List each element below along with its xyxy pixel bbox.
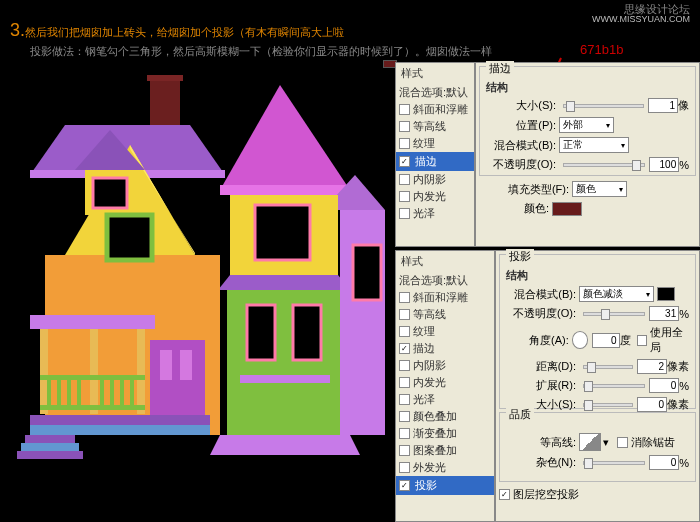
opacity-input[interactable]: 31 xyxy=(649,306,679,321)
svg-rect-36 xyxy=(40,405,145,410)
style-item[interactable]: 颜色叠加 xyxy=(396,408,494,425)
stroke-panel: 描边 结构 大小(S):1像 位置(P):外部 混合模式(B):正常 不透明度(… xyxy=(475,62,700,247)
svg-rect-42 xyxy=(25,435,75,443)
style-item[interactable]: ✓描边 xyxy=(396,152,474,171)
angle-input[interactable]: 0 xyxy=(592,333,620,348)
checkbox[interactable] xyxy=(399,174,410,185)
style-item[interactable]: 光泽 xyxy=(396,205,474,222)
pos-label: 位置(P): xyxy=(486,118,556,133)
checkbox[interactable] xyxy=(399,309,410,320)
style-item[interactable]: 内发光 xyxy=(396,374,494,391)
style-item[interactable]: 内阴影 xyxy=(396,171,474,188)
shadow-color[interactable] xyxy=(657,287,675,301)
checkbox[interactable] xyxy=(399,208,410,219)
spread-input[interactable]: 0 xyxy=(649,378,679,393)
distance-input[interactable]: 2 xyxy=(637,359,667,374)
svg-rect-38 xyxy=(160,350,172,380)
svg-rect-32 xyxy=(100,380,104,405)
style-item[interactable]: 外发光 xyxy=(396,459,494,476)
style-item[interactable]: ✓描边 xyxy=(396,340,494,357)
checkbox[interactable] xyxy=(399,292,410,303)
angle-dial[interactable] xyxy=(572,331,588,349)
checkbox[interactable]: ✓ xyxy=(399,156,410,167)
style-item[interactable]: 纹理 xyxy=(396,323,494,340)
checkbox[interactable] xyxy=(399,462,410,473)
styles-list-1: 样式 混合选项:默认 斜面和浮雕等高线纹理✓描边内阴影内发光光泽 xyxy=(395,62,475,247)
filltype-dropdown[interactable]: 颜色 xyxy=(572,181,627,197)
svg-rect-31 xyxy=(77,380,81,405)
panel-title: 样式 xyxy=(396,63,474,84)
blend-dropdown[interactable]: 正常 xyxy=(559,137,629,153)
knockout-check[interactable]: ✓ xyxy=(499,489,510,500)
panel-title: 样式 xyxy=(396,251,494,272)
svg-rect-35 xyxy=(130,380,134,405)
styles-list-2: 样式 混合选项:默认 斜面和浮雕等高线纹理✓描边内阴影内发光光泽颜色叠加渐变叠加… xyxy=(395,250,495,522)
checkbox[interactable] xyxy=(399,411,410,422)
shadow-panel: 投影 结构 混合模式(B):颜色减淡 不透明度(O):31% 角度(A):0度使… xyxy=(495,250,700,522)
spread-slider[interactable] xyxy=(583,384,645,388)
blend-options[interactable]: 混合选项:默认 xyxy=(396,84,474,101)
style-item[interactable]: 光泽 xyxy=(396,391,494,408)
svg-rect-28 xyxy=(47,380,51,405)
size-slider[interactable] xyxy=(563,104,644,108)
opacity-slider[interactable] xyxy=(563,163,645,167)
style-item[interactable]: ✓投影 xyxy=(396,476,494,495)
size-input[interactable]: 1 xyxy=(648,98,678,113)
svg-rect-39 xyxy=(180,350,192,380)
antialias-check[interactable] xyxy=(617,437,628,448)
checkbox[interactable] xyxy=(399,377,410,388)
svg-rect-24 xyxy=(40,329,48,414)
svg-rect-11 xyxy=(93,178,127,208)
svg-rect-41 xyxy=(30,425,210,435)
quality-label: 品质 xyxy=(506,407,534,422)
checkbox[interactable]: ✓ xyxy=(399,480,410,491)
style-item[interactable]: 纹理 xyxy=(396,135,474,152)
style-item[interactable]: 内阴影 xyxy=(396,357,494,374)
svg-rect-18 xyxy=(240,375,330,383)
checkbox[interactable] xyxy=(399,104,410,115)
checkbox[interactable] xyxy=(399,360,410,371)
svg-rect-0 xyxy=(150,75,180,130)
blend-dropdown[interactable]: 颜色减淡 xyxy=(579,286,654,302)
size-slider[interactable] xyxy=(583,403,633,407)
position-dropdown[interactable]: 外部 xyxy=(559,117,614,133)
distance-slider[interactable] xyxy=(583,365,633,369)
size-input[interactable]: 0 xyxy=(637,397,667,412)
style-item[interactable]: 斜面和浮雕 xyxy=(396,101,474,118)
opacity-slider[interactable] xyxy=(583,312,645,316)
checkbox[interactable] xyxy=(399,191,410,202)
blend-options[interactable]: 混合选项:默认 xyxy=(396,272,494,289)
style-item[interactable]: 内发光 xyxy=(396,188,474,205)
svg-rect-16 xyxy=(247,305,275,360)
size-label: 大小(S): xyxy=(486,98,556,113)
checkbox[interactable] xyxy=(399,428,410,439)
checkbox[interactable] xyxy=(399,445,410,456)
group-title: 描边 xyxy=(486,61,514,76)
svg-rect-27 xyxy=(40,375,145,380)
style-item[interactable]: 等高线 xyxy=(396,306,494,323)
svg-rect-30 xyxy=(67,380,71,405)
filltype-label: 填充类型(F): xyxy=(479,182,569,197)
opacity-input[interactable]: 100 xyxy=(649,157,679,172)
contour-picker[interactable] xyxy=(579,433,601,451)
style-item[interactable]: 渐变叠加 xyxy=(396,425,494,442)
global-light-check[interactable] xyxy=(637,335,647,346)
checkbox[interactable] xyxy=(399,138,410,149)
style-item[interactable]: 图案叠加 xyxy=(396,442,494,459)
color-label: 颜色: xyxy=(479,201,549,216)
checkbox[interactable] xyxy=(399,121,410,132)
svg-rect-20 xyxy=(353,245,381,300)
svg-rect-5 xyxy=(220,185,350,195)
svg-rect-40 xyxy=(30,415,210,425)
noise-input[interactable]: 0 xyxy=(649,455,679,470)
watermark: WWW.MISSYUAN.COM xyxy=(592,14,690,24)
color-swatch[interactable] xyxy=(552,202,582,216)
style-item[interactable]: 斜面和浮雕 xyxy=(396,289,494,306)
checkbox[interactable] xyxy=(399,394,410,405)
checkbox[interactable] xyxy=(399,326,410,337)
house-illustration xyxy=(15,75,385,515)
noise-slider[interactable] xyxy=(583,461,645,465)
color-code: 671b1b xyxy=(580,42,623,57)
checkbox[interactable]: ✓ xyxy=(399,343,410,354)
style-item[interactable]: 等高线 xyxy=(396,118,474,135)
